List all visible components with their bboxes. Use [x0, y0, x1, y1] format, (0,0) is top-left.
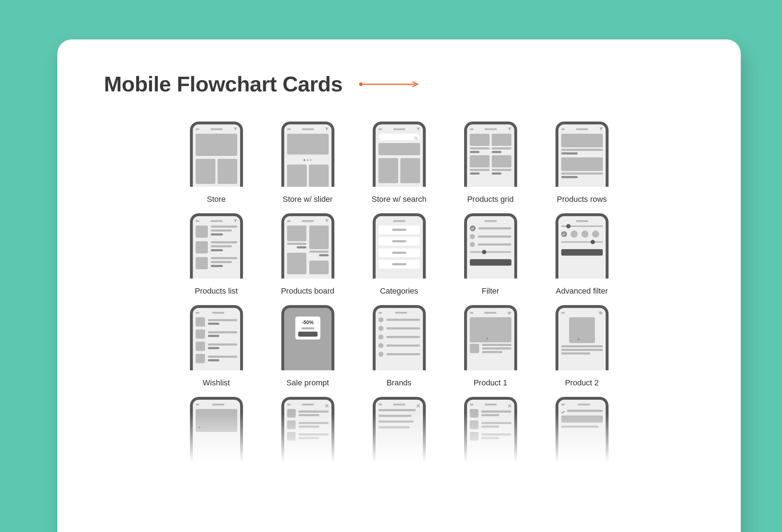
card-brands-label: Brands: [387, 378, 412, 390]
svg-point-2: [415, 137, 417, 139]
statusbar-left-icon: [378, 128, 382, 130]
card-sale-prompt-label: Sale prompt: [286, 378, 329, 390]
card-partial-4-phone: [464, 397, 517, 462]
card-products-rows[interactable]: Products rows: [546, 122, 618, 207]
card-filter[interactable]: Filter: [455, 213, 526, 299]
card-advanced-filter-label: Advanced filter: [556, 286, 608, 299]
card-products-list[interactable]: Products list: [181, 213, 252, 299]
check-icon: [470, 225, 476, 231]
card-products-grid-label: Products grid: [467, 195, 514, 207]
search-bar: [378, 134, 420, 140]
filter-icon: [508, 127, 511, 131]
statusbar-title: [576, 128, 588, 130]
card-store-search[interactable]: Store w/ search: [363, 122, 435, 207]
card-product-1-label: Product 1: [473, 378, 507, 390]
card-brands[interactable]: Brands: [363, 305, 435, 390]
range-slider: [561, 241, 603, 243]
close-icon: [325, 403, 329, 406]
card-advanced-filter[interactable]: Advanced filter: [546, 213, 618, 299]
filter-icon: [599, 127, 603, 131]
card-store-slider[interactable]: Store w/ slider: [272, 122, 344, 207]
card-products-rows-phone: [555, 122, 609, 187]
card-product-2-label: Product 2: [565, 378, 599, 390]
card-products-grid-phone: [464, 122, 517, 187]
statusbar-title: [484, 312, 496, 314]
card-advanced-filter-phone: [555, 213, 609, 279]
card-store-label: Store: [207, 195, 226, 207]
range-slider: [470, 251, 511, 253]
design-canvas: Mobile Flowchart Cards: [57, 39, 741, 532]
card-store-slider-phone: [281, 122, 334, 187]
card-product-1[interactable]: Product 1: [455, 305, 526, 390]
card-wishlist[interactable]: Wishlist: [181, 305, 252, 390]
sale-discount-text: -50%: [302, 319, 314, 325]
range-slider: [561, 225, 603, 227]
card-products-grid[interactable]: Products grid: [455, 122, 526, 207]
filter-icon: [234, 127, 237, 131]
card-categories-label: Categories: [380, 286, 418, 299]
card-store-search-phone: [373, 122, 426, 187]
statusbar-left-icon: [470, 128, 473, 130]
card-store[interactable]: Store: [181, 122, 252, 207]
card-partial-4[interactable]: [455, 397, 526, 482]
card-categories[interactable]: Categories: [363, 213, 435, 299]
card-categories-phone: [373, 213, 426, 279]
statusbar-title: [485, 128, 497, 130]
statusbar-title: [485, 220, 497, 222]
card-partial-5-phone: [555, 397, 609, 462]
statusbar-title: [212, 312, 224, 314]
card-products-board-label: Products board: [281, 286, 334, 299]
heart-icon: [599, 310, 603, 315]
statusbar-left-icon: [561, 128, 565, 130]
card-sale-prompt-phone: -50%: [281, 305, 334, 370]
filter-icon: [234, 219, 237, 223]
card-product-2[interactable]: Product 2: [546, 305, 618, 390]
close-icon: [508, 403, 511, 406]
card-brands-phone: [373, 305, 426, 370]
svg-line-3: [416, 139, 418, 140]
card-products-list-label: Products list: [195, 286, 238, 299]
svg-point-0: [359, 82, 363, 86]
statusbar-title: [393, 128, 405, 130]
card-partial-2[interactable]: [272, 397, 344, 482]
statusbar-title: [302, 128, 314, 130]
header: Mobile Flowchart Cards: [104, 72, 694, 96]
card-products-board-phone: [281, 213, 334, 279]
apply-button: [470, 259, 511, 266]
statusbar-title: [576, 220, 588, 222]
statusbar-title: [210, 128, 223, 130]
statusbar-left-icon: [470, 312, 473, 314]
apply-button: [561, 249, 603, 256]
filter-icon: [325, 219, 329, 223]
statusbar-title: [302, 220, 314, 222]
card-partial-3-phone: [373, 397, 426, 462]
card-products-board[interactable]: Products board: [272, 213, 344, 299]
statusbar-left-icon: [196, 312, 199, 314]
card-sale-prompt[interactable]: -50% Sale prompt: [272, 305, 344, 390]
page-title: Mobile Flowchart Cards: [104, 72, 343, 96]
card-partial-5[interactable]: [546, 397, 618, 482]
card-grid: Store: [104, 122, 694, 482]
close-icon: [416, 403, 420, 406]
statusbar-left-icon: [196, 220, 199, 222]
statusbar-left-icon: [378, 312, 382, 314]
check-icon: [561, 231, 567, 237]
card-filter-label: Filter: [482, 286, 499, 299]
filter-icon: [416, 127, 420, 131]
sale-dialog: -50%: [295, 317, 320, 339]
flow-arrow-icon: [359, 81, 420, 88]
filter-icon: [325, 127, 329, 131]
card-products-list-phone: [190, 213, 243, 279]
check-icon: [561, 409, 565, 413]
statusbar-title: [393, 220, 405, 222]
card-partial-3[interactable]: [363, 397, 435, 482]
statusbar-title: [395, 312, 407, 314]
statusbar-left-icon: [287, 220, 291, 222]
statusbar-left-icon: [561, 312, 565, 314]
card-partial-1-phone: [190, 397, 243, 462]
card-wishlist-label: Wishlist: [203, 378, 230, 390]
card-product-1-phone: [464, 305, 517, 370]
card-product-2-phone: [555, 305, 609, 370]
card-wishlist-phone: [190, 305, 243, 370]
card-partial-1[interactable]: [181, 397, 252, 482]
